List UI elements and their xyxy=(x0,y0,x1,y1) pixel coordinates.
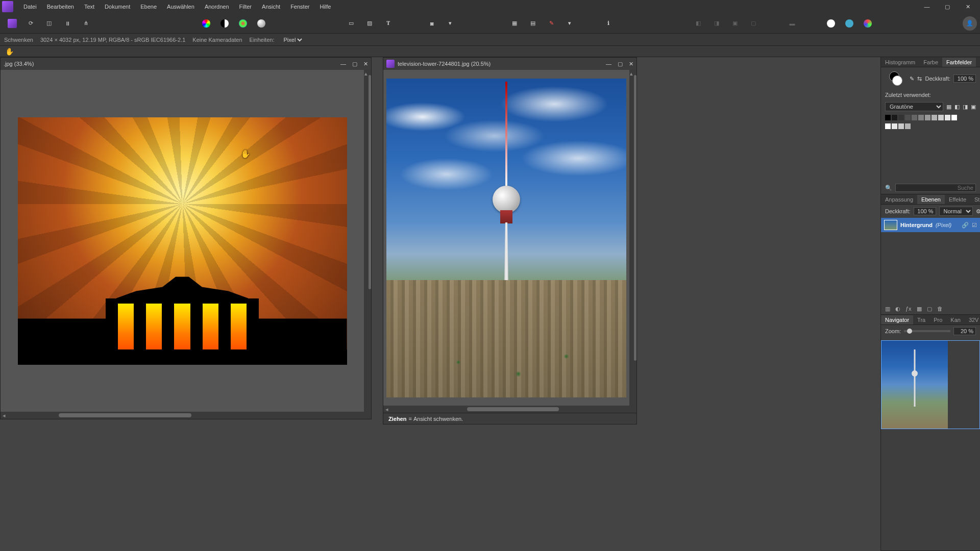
menu-auswählen[interactable]: Auswählen xyxy=(162,0,200,13)
account-avatar-icon[interactable]: 👤 xyxy=(963,16,977,31)
dropdown-icon[interactable]: ▾ xyxy=(443,16,457,31)
doc1-vscroll[interactable]: ▴ xyxy=(364,70,371,412)
swatch[interactable] xyxy=(932,115,937,120)
arrange-icon[interactable]: ▤ xyxy=(526,16,540,31)
units-select[interactable]: Pixel xyxy=(281,36,304,43)
menu-anordnen[interactable]: Anordnen xyxy=(200,0,234,13)
swatch[interactable] xyxy=(898,123,904,129)
menu-hilfe[interactable]: Hilfe xyxy=(314,0,336,13)
eyedrop-icon[interactable]: ✎ xyxy=(910,76,914,82)
layer-delete-icon[interactable]: 🗑 xyxy=(937,306,943,312)
tab-histogramm[interactable]: Histogramm xyxy=(881,58,919,67)
info-icon[interactable]: ℹ xyxy=(601,16,616,31)
persona1-icon[interactable] xyxy=(824,16,838,31)
tab-kan[interactable]: Kan xyxy=(946,315,965,324)
crop-icon[interactable]: ✎ xyxy=(544,16,558,31)
doc2-close-icon[interactable]: ✕ xyxy=(629,61,633,67)
doc1-maximize-icon[interactable]: ▢ xyxy=(352,61,357,67)
tab-navigator[interactable]: Navigator xyxy=(881,315,913,324)
menu-filter[interactable]: Filter xyxy=(234,0,257,13)
tab-farbfelder[interactable]: Farbfelder xyxy=(942,58,976,67)
layer-link-icon[interactable]: 🔗 xyxy=(962,222,969,229)
refresh-icon[interactable]: ⟳ xyxy=(23,16,38,31)
layer-fx-icon[interactable]: ƒx xyxy=(905,306,912,312)
swatch[interactable] xyxy=(912,115,917,120)
layer-mask-icon[interactable]: ▥ xyxy=(885,306,890,312)
swatch[interactable] xyxy=(945,115,950,120)
clear-selection-icon[interactable]: ▨ xyxy=(362,16,377,31)
doc2-canvas[interactable] xyxy=(383,70,629,406)
fg-bg-swatches[interactable] xyxy=(889,71,902,86)
doc1-canvas[interactable]: ✋ xyxy=(1,70,364,412)
doc2-vscroll[interactable]: ▴ xyxy=(629,70,636,406)
doc1-minimize-icon[interactable]: — xyxy=(340,61,346,67)
tab-pinsel[interactable]: Pinsel xyxy=(976,58,980,67)
swatch-opt3-icon[interactable]: ▣ xyxy=(971,104,976,110)
share-icon[interactable]: ⋔ xyxy=(79,16,93,31)
swatch-opt2-icon[interactable]: ◨ xyxy=(963,104,968,110)
chain-icon[interactable]: ⇆ xyxy=(917,76,922,82)
swatch[interactable] xyxy=(892,115,897,120)
tab-anpassung[interactable]: Anpassung xyxy=(881,195,917,204)
persona2-icon[interactable] xyxy=(842,16,856,31)
doc2-minimize-icon[interactable]: — xyxy=(606,61,611,67)
swatch[interactable] xyxy=(938,115,944,120)
audio-icon[interactable]: ⏸ xyxy=(60,16,75,31)
doc2-titlebar[interactable]: television-tower-7244801.jpg (20.5%) — ▢… xyxy=(383,58,636,70)
colorwheel-icon[interactable] xyxy=(199,16,213,31)
swatch[interactable] xyxy=(905,115,911,120)
tab-ebenen[interactable]: Ebenen xyxy=(917,195,945,204)
grid-icon[interactable]: ▦ xyxy=(507,16,522,31)
swatch[interactable] xyxy=(905,123,911,129)
doc1-hscroll[interactable]: ◂ xyxy=(1,412,371,419)
layer-opacity-input[interactable] xyxy=(914,207,936,215)
hue-icon[interactable] xyxy=(236,16,250,31)
swatch-preset-select[interactable]: Grautöne xyxy=(885,102,943,111)
swatch[interactable] xyxy=(951,115,957,120)
menu-bearbeiten[interactable]: Bearbeiten xyxy=(42,0,79,13)
swatch[interactable] xyxy=(918,115,924,120)
tab-stile[interactable]: Stile xyxy=(970,195,980,204)
doc1-titlebar[interactable]: .jpg (33.4%) — ▢ ✕ xyxy=(1,58,371,70)
swatch[interactable] xyxy=(925,115,930,120)
tab-32v[interactable]: 32V xyxy=(965,315,980,324)
zoom-input[interactable] xyxy=(953,327,976,335)
contrast-icon[interactable] xyxy=(217,16,232,31)
swatch-opt1-icon[interactable]: ◧ xyxy=(954,104,960,110)
layer-fill-icon[interactable]: ▩ xyxy=(917,306,922,312)
zoom-slider[interactable] xyxy=(904,330,950,332)
swatch[interactable] xyxy=(885,123,891,129)
tab-tra[interactable]: Tra xyxy=(913,315,929,324)
swatch-search-input[interactable] xyxy=(895,184,976,192)
swatch[interactable] xyxy=(885,115,891,120)
menu-text[interactable]: Text xyxy=(79,0,100,13)
cube-icon[interactable]: ◫ xyxy=(42,16,56,31)
swatch-grid-icon[interactable]: ▦ xyxy=(946,104,951,110)
persona3-icon[interactable] xyxy=(861,16,875,31)
menu-ebene[interactable]: Ebene xyxy=(135,0,162,13)
layer-gear-icon[interactable]: ⚙ xyxy=(976,208,980,215)
minimize-button[interactable]: — xyxy=(917,0,937,13)
tab-effekte[interactable]: Effekte xyxy=(945,195,970,204)
opacity-input[interactable] xyxy=(953,74,976,83)
app-home-icon[interactable] xyxy=(5,16,19,31)
doc2-hscroll[interactable]: ◂ xyxy=(383,406,636,413)
doc1-close-icon[interactable]: ✕ xyxy=(363,61,368,67)
hand-tool-icon[interactable]: ✋ xyxy=(5,47,14,56)
layer-add-icon[interactable]: ▢ xyxy=(927,306,932,312)
maximize-button[interactable]: ▢ xyxy=(937,0,958,13)
sphere-icon[interactable] xyxy=(254,16,268,31)
swatch[interactable] xyxy=(898,115,904,120)
menu-dokument[interactable]: Dokument xyxy=(100,0,135,13)
close-button[interactable]: ✕ xyxy=(958,0,978,13)
menu-ansicht[interactable]: Ansicht xyxy=(257,0,285,13)
layer-adjust-icon[interactable]: ◐ xyxy=(895,306,900,312)
tab-pro[interactable]: Pro xyxy=(929,315,946,324)
menu-datei[interactable]: Datei xyxy=(18,0,42,13)
quickmask-icon[interactable]: ◙ xyxy=(425,16,439,31)
navigator-thumbnail[interactable] xyxy=(881,340,980,429)
dropdown2-icon[interactable]: ▾ xyxy=(562,16,577,31)
tab-farbe[interactable]: Farbe xyxy=(919,58,942,67)
marquee-icon[interactable]: ▭ xyxy=(344,16,358,31)
layer-row-background[interactable]: Hintergrund (Pixel) 🔗 ☑ xyxy=(881,218,980,232)
